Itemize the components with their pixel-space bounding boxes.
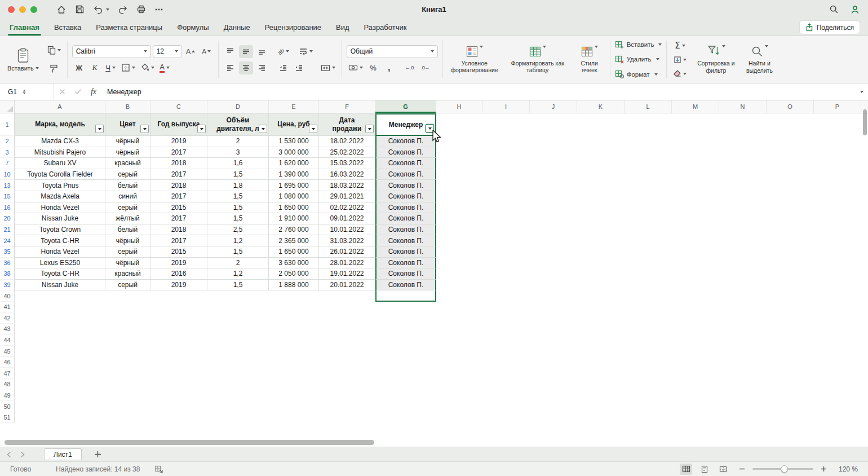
- cell-G35[interactable]: Соколов П.: [375, 246, 436, 258]
- cell-G39[interactable]: Соколов П.: [375, 280, 436, 291]
- cell-B1[interactable]: Цвет: [105, 113, 150, 136]
- row-header-51[interactable]: 51: [0, 412, 15, 424]
- cell-O38[interactable]: [767, 268, 814, 280]
- redo-button[interactable]: [118, 5, 128, 14]
- cell-L48[interactable]: [625, 379, 672, 390]
- cell-P2[interactable]: [814, 136, 861, 147]
- cell-M40[interactable]: [672, 290, 719, 302]
- format-as-table-button[interactable]: Форматировать как таблицу: [510, 46, 566, 73]
- cell-C39[interactable]: 2019: [150, 280, 207, 291]
- cell-M49[interactable]: [672, 390, 719, 402]
- cell-C44[interactable]: [150, 335, 207, 346]
- cell-A50[interactable]: [15, 401, 105, 412]
- cell-C15[interactable]: 2017: [150, 191, 207, 202]
- cell-C16[interactable]: 2015: [150, 202, 207, 214]
- merge-cells-button[interactable]: [319, 61, 337, 74]
- row-header-7[interactable]: 7: [0, 158, 15, 169]
- cell-D42[interactable]: [207, 313, 269, 324]
- underline-button[interactable]: Ч: [104, 61, 118, 74]
- cell-C48[interactable]: [150, 379, 207, 390]
- cell-I1[interactable]: [482, 113, 530, 136]
- cell-I10[interactable]: [482, 169, 530, 180]
- cell-M16[interactable]: [672, 202, 719, 214]
- cell-B20[interactable]: жёлтый: [105, 213, 150, 224]
- cell-D1[interactable]: Объём двигателя, л: [207, 113, 269, 136]
- cell-C21[interactable]: 2018: [150, 224, 207, 236]
- conditional-formatting-button[interactable]: Условное форматирование: [448, 46, 502, 73]
- cell-B46[interactable]: [105, 357, 150, 368]
- cell-J36[interactable]: [530, 258, 577, 269]
- cell-D24[interactable]: 1,2: [207, 235, 269, 246]
- cell-B42[interactable]: [105, 313, 150, 324]
- cell-M36[interactable]: [672, 258, 719, 269]
- cell-O51[interactable]: [767, 412, 814, 424]
- zoom-slider-thumb[interactable]: [781, 465, 788, 473]
- insert-cells-button[interactable]: Вставить: [615, 39, 662, 50]
- cell-N41[interactable]: [719, 302, 767, 313]
- cell-J10[interactable]: [530, 169, 577, 180]
- cell-A47[interactable]: [15, 368, 105, 379]
- cell-F40[interactable]: [319, 290, 375, 302]
- tab-vstavka[interactable]: Вставка: [47, 19, 88, 36]
- cell-L13[interactable]: [625, 180, 672, 191]
- cell-B16[interactable]: серый: [105, 202, 150, 214]
- paste-button[interactable]: Вставить: [5, 47, 41, 72]
- cell-C13[interactable]: 2018: [150, 180, 207, 191]
- delete-cells-button[interactable]: Удалить: [615, 54, 662, 65]
- cell-F41[interactable]: [319, 302, 375, 313]
- cell-H36[interactable]: [436, 258, 482, 269]
- increase-font-button[interactable]: А: [184, 45, 198, 58]
- align-left-button[interactable]: [223, 61, 237, 74]
- cell-F45[interactable]: [319, 346, 375, 357]
- cell-P45[interactable]: [814, 346, 861, 357]
- cell-F13[interactable]: 18.03.2022: [319, 180, 375, 191]
- cell-C3[interactable]: 2017: [150, 147, 207, 158]
- currency-format-button[interactable]: [347, 61, 365, 74]
- cell-O10[interactable]: [767, 169, 814, 180]
- column-header-G[interactable]: G: [375, 100, 436, 113]
- cell-G43[interactable]: [375, 324, 436, 335]
- zoom-in-button[interactable]: [821, 466, 827, 472]
- column-header-B[interactable]: B: [105, 100, 150, 113]
- cell-J48[interactable]: [530, 379, 577, 390]
- column-header-E[interactable]: E: [269, 100, 319, 113]
- cell-I49[interactable]: [482, 390, 530, 402]
- prev-sheet-button[interactable]: [7, 451, 11, 458]
- cell-P13[interactable]: [814, 180, 861, 191]
- cell-B21[interactable]: белый: [105, 224, 150, 236]
- cell-C24[interactable]: 2017: [150, 235, 207, 246]
- cell-K49[interactable]: [577, 390, 625, 402]
- cell-I42[interactable]: [482, 313, 530, 324]
- cell-H51[interactable]: [436, 412, 482, 424]
- column-header-M[interactable]: M: [672, 100, 719, 113]
- cell-C38[interactable]: 2016: [150, 268, 207, 280]
- cell-B2[interactable]: чёрный: [105, 136, 150, 147]
- cell-styles-button[interactable]: Стили ячеек: [574, 46, 605, 73]
- cell-B7[interactable]: красный: [105, 158, 150, 169]
- cell-H39[interactable]: [436, 280, 482, 291]
- cell-K16[interactable]: [577, 202, 625, 214]
- cell-L7[interactable]: [625, 158, 672, 169]
- search-icon[interactable]: [829, 5, 839, 14]
- cell-C10[interactable]: 2017: [150, 169, 207, 180]
- cell-N2[interactable]: [719, 136, 767, 147]
- cell-L49[interactable]: [625, 390, 672, 402]
- cell-F44[interactable]: [319, 335, 375, 346]
- decrease-indent-button[interactable]: [276, 61, 290, 74]
- cell-K24[interactable]: [577, 235, 625, 246]
- cell-H15[interactable]: [436, 191, 482, 202]
- cell-K51[interactable]: [577, 412, 625, 424]
- cell-N45[interactable]: [719, 346, 767, 357]
- filter-button-E[interactable]: [309, 125, 317, 133]
- cell-E51[interactable]: [269, 412, 319, 424]
- cell-L45[interactable]: [625, 346, 672, 357]
- cell-E13[interactable]: 1 695 000: [269, 180, 319, 191]
- cell-J13[interactable]: [530, 180, 577, 191]
- cell-A2[interactable]: Mazda CX-3: [15, 136, 105, 147]
- bold-button[interactable]: Ж: [72, 61, 86, 74]
- column-header-P[interactable]: P: [814, 100, 861, 113]
- page-layout-view-button[interactable]: [698, 464, 711, 475]
- cell-D50[interactable]: [207, 401, 269, 412]
- fullscreen-window-button[interactable]: [30, 6, 37, 13]
- column-header-A[interactable]: A: [15, 100, 105, 113]
